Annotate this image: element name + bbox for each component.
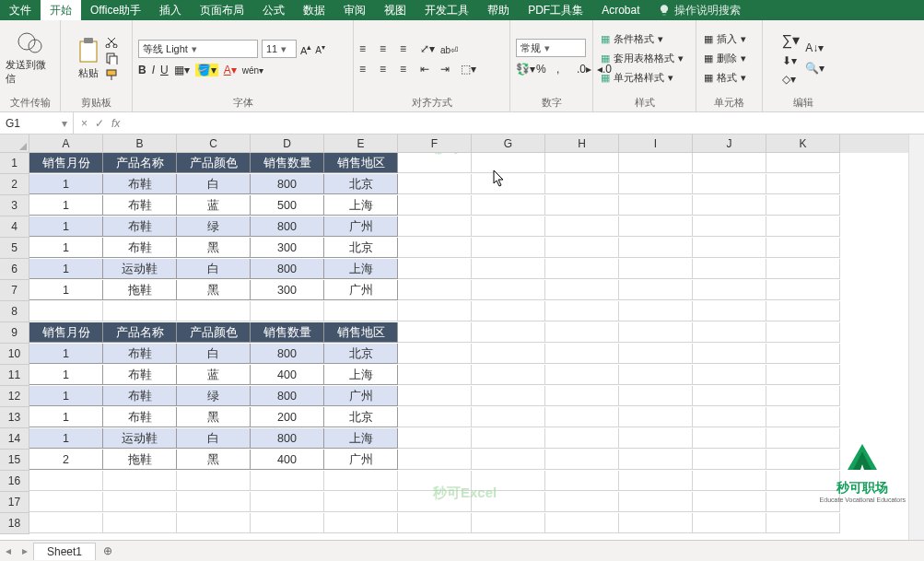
- cell[interactable]: [693, 450, 766, 470]
- cell[interactable]: 500: [251, 195, 324, 216]
- cell[interactable]: [693, 195, 766, 216]
- col-header[interactable]: C: [177, 134, 251, 153]
- cell[interactable]: 绿: [177, 216, 251, 237]
- cell[interactable]: 800: [251, 259, 324, 279]
- cell[interactable]: [545, 322, 619, 343]
- cell[interactable]: [324, 492, 398, 512]
- align-bottom-icon[interactable]: ≡: [400, 42, 415, 57]
- cell[interactable]: [693, 301, 766, 321]
- col-header[interactable]: F: [398, 134, 472, 153]
- cell[interactable]: 产品名称: [103, 322, 177, 343]
- cell[interactable]: 200: [251, 407, 324, 427]
- cell[interactable]: 白: [177, 174, 251, 194]
- sheet-tab[interactable]: Sheet1: [33, 543, 96, 560]
- cell[interactable]: 广州: [324, 216, 398, 237]
- tab-文件[interactable]: 文件: [0, 0, 41, 20]
- col-header[interactable]: I: [619, 134, 693, 153]
- col-header[interactable]: B: [103, 134, 177, 153]
- col-header[interactable]: E: [324, 134, 398, 153]
- cell[interactable]: [545, 492, 619, 512]
- cell[interactable]: [619, 407, 693, 427]
- cell[interactable]: [472, 238, 545, 258]
- cell[interactable]: [398, 428, 472, 449]
- row-header[interactable]: 1: [0, 153, 29, 174]
- cell[interactable]: [103, 492, 177, 512]
- cell[interactable]: [693, 238, 766, 258]
- cell[interactable]: [472, 513, 545, 533]
- cell[interactable]: [693, 386, 766, 406]
- cell[interactable]: [766, 216, 840, 237]
- vertical-scrollbar[interactable]: [908, 134, 924, 540]
- cell[interactable]: [545, 280, 619, 300]
- cell[interactable]: 黑: [177, 450, 251, 470]
- cell[interactable]: 1: [29, 386, 103, 406]
- cell[interactable]: 800: [251, 428, 324, 449]
- row-header[interactable]: 7: [0, 280, 29, 301]
- cell[interactable]: 800: [251, 174, 324, 194]
- conditional-format-button[interactable]: ▦条件格式▾: [599, 31, 665, 47]
- cell[interactable]: 黑: [177, 280, 251, 300]
- cell[interactable]: [472, 407, 545, 427]
- font-size-combo[interactable]: 11▾: [262, 40, 297, 58]
- tab-公式[interactable]: 公式: [253, 0, 294, 20]
- cell[interactable]: [398, 386, 472, 406]
- row-header[interactable]: 16: [0, 471, 29, 492]
- cell[interactable]: [177, 513, 251, 533]
- cell[interactable]: 北京: [324, 407, 398, 427]
- cell[interactable]: 北京: [324, 344, 398, 364]
- tab-开始[interactable]: 开始: [41, 0, 81, 20]
- tab-Office助手[interactable]: Office助手: [81, 0, 150, 20]
- cell[interactable]: [472, 174, 545, 194]
- add-sheet-button[interactable]: ⊕: [96, 544, 120, 557]
- cell[interactable]: [472, 195, 545, 216]
- fill-icon[interactable]: ⬇▾: [782, 54, 800, 67]
- cell[interactable]: [766, 238, 840, 258]
- align-left-icon[interactable]: ≡: [359, 63, 374, 77]
- cell[interactable]: 销售月份: [29, 322, 103, 343]
- cell[interactable]: [619, 386, 693, 406]
- cell[interactable]: [398, 513, 472, 533]
- row-header[interactable]: 14: [0, 428, 29, 450]
- cell[interactable]: 拖鞋: [103, 450, 177, 470]
- name-box[interactable]: G1▾: [0, 112, 74, 134]
- insert-button[interactable]: ▦插入▾: [702, 31, 748, 47]
- cell[interactable]: 销售月份: [29, 153, 103, 173]
- cell[interactable]: [693, 365, 766, 385]
- cell[interactable]: [693, 259, 766, 279]
- cell[interactable]: 1: [29, 344, 103, 364]
- cell[interactable]: [693, 513, 766, 533]
- cell[interactable]: [545, 386, 619, 406]
- cell[interactable]: [619, 428, 693, 449]
- col-header[interactable]: K: [766, 134, 840, 153]
- cell[interactable]: 运动鞋: [103, 259, 177, 279]
- cell[interactable]: 2: [29, 450, 103, 470]
- cell[interactable]: [766, 386, 840, 406]
- cell[interactable]: 白: [177, 428, 251, 449]
- sheet-nav-prev[interactable]: ◂: [0, 544, 17, 557]
- phonetic-icon[interactable]: wén▾: [242, 65, 263, 76]
- tab-数据[interactable]: 数据: [294, 0, 334, 20]
- cell[interactable]: [619, 513, 693, 533]
- cell[interactable]: [324, 301, 398, 321]
- cell[interactable]: [693, 471, 766, 491]
- cell[interactable]: 运动鞋: [103, 428, 177, 449]
- fx-icon[interactable]: fx: [111, 117, 120, 130]
- row-header[interactable]: 17: [0, 492, 29, 513]
- cell[interactable]: [472, 386, 545, 406]
- cell[interactable]: 绿: [177, 386, 251, 406]
- cell[interactable]: 1: [29, 365, 103, 385]
- cell[interactable]: 布鞋: [103, 344, 177, 364]
- underline-button[interactable]: U: [160, 64, 169, 76]
- cell[interactable]: [766, 301, 840, 321]
- col-header[interactable]: G: [472, 134, 545, 153]
- row-header[interactable]: 13: [0, 407, 29, 428]
- cell[interactable]: 800: [251, 216, 324, 237]
- cell[interactable]: [29, 301, 103, 321]
- cell[interactable]: 黑: [177, 238, 251, 258]
- cell[interactable]: [398, 301, 472, 321]
- row-header[interactable]: 4: [0, 216, 29, 238]
- decrease-font-icon[interactable]: A▾: [315, 42, 325, 55]
- align-center-icon[interactable]: ≡: [380, 63, 394, 77]
- row-header[interactable]: 2: [0, 174, 29, 195]
- cell[interactable]: [619, 301, 693, 321]
